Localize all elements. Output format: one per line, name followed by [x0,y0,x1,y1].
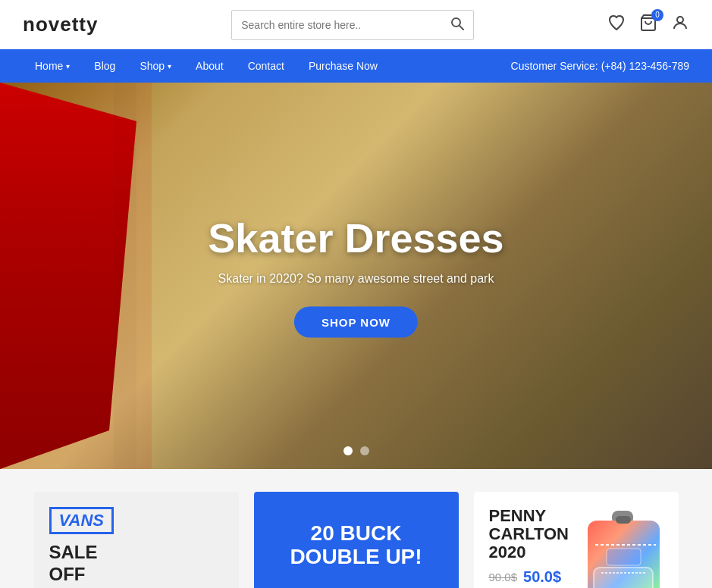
search-button[interactable] [441,11,473,39]
hero-content: Skater Dresses Skater in 2020? So many a… [208,214,503,338]
site-header: novetty 0 [0,0,712,49]
nav-item-blog[interactable]: Blog [82,49,127,83]
svg-line-1 [460,26,463,30]
backpack-svg [580,507,667,588]
nav-links: Home ▾ Blog Shop ▾ About Contact Purchas… [23,49,390,83]
product-card-buck[interactable]: 20 BUCK DOUBLE UP! [254,492,459,588]
search-input[interactable] [232,13,441,37]
site-logo[interactable]: novetty [23,13,98,36]
svg-rect-32 [616,516,631,524]
slider-dot-2[interactable] [360,446,369,455]
buck-title: 20 BUCK DOUBLE UP! [254,522,459,569]
skateboard-svg: BLING [254,575,459,588]
skateboard-area: BLING [254,575,459,588]
shoe-svg [110,575,231,588]
svg-rect-30 [594,568,653,588]
cart-badge: 0 [651,9,663,21]
old-price: 90.0$ [489,571,518,583]
hero-subtitle: Skater in 2020? So many awesome street a… [208,272,503,286]
account-button[interactable] [671,14,689,36]
slider-dot-1[interactable] [343,446,353,455]
chevron-down-icon: ▾ [66,62,70,70]
customer-service: Customer Service: (+84) 123-456-789 [511,60,689,72]
shop-now-button[interactable]: SHOP NOW [294,307,418,338]
cart-button[interactable]: 0 [639,14,657,36]
shoe-image [110,575,231,588]
svg-rect-33 [607,549,641,565]
hero-slider: Skater Dresses Skater in 2020? So many a… [0,83,712,469]
nav-item-shop[interactable]: Shop ▾ [127,49,183,83]
search-bar [231,10,474,40]
backpack-image [580,507,663,588]
wishlist-button[interactable] [607,14,626,36]
slider-dots [343,446,369,455]
vans-logo: VANS [49,507,114,534]
nav-item-home[interactable]: Home ▾ [23,49,82,83]
chevron-down-icon-2: ▾ [168,62,171,70]
hero-title: Skater Dresses [208,214,503,261]
svg-point-3 [677,17,683,23]
heart-icon [607,14,626,32]
new-price: 50.0$ [523,568,561,586]
product-card-vans[interactable]: VANS SALE OFF 50% [34,492,239,588]
nav-item-purchase[interactable]: Purchase Now [296,49,390,83]
penny-product-name: PENNY CARLTON 2020 [489,507,572,562]
nav-item-about[interactable]: About [183,49,236,83]
search-icon [450,17,464,30]
header-icon-group: 0 [607,14,689,36]
svg-rect-5 [114,83,136,469]
penny-info: PENNY CARLTON 2020 90.0$ 50.0$ [489,507,572,586]
product-card-penny[interactable]: PENNY CARLTON 2020 90.0$ 50.0$ [474,492,679,588]
featured-products: VANS SALE OFF 50% [0,469,712,588]
main-nav: Home ▾ Blog Shop ▾ About Contact Purchas… [0,49,712,83]
penny-price: 90.0$ 50.0$ [489,568,572,586]
buck-content: 20 BUCK DOUBLE UP! [254,522,459,569]
nav-item-contact[interactable]: Contact [236,49,296,83]
user-icon [671,14,689,32]
